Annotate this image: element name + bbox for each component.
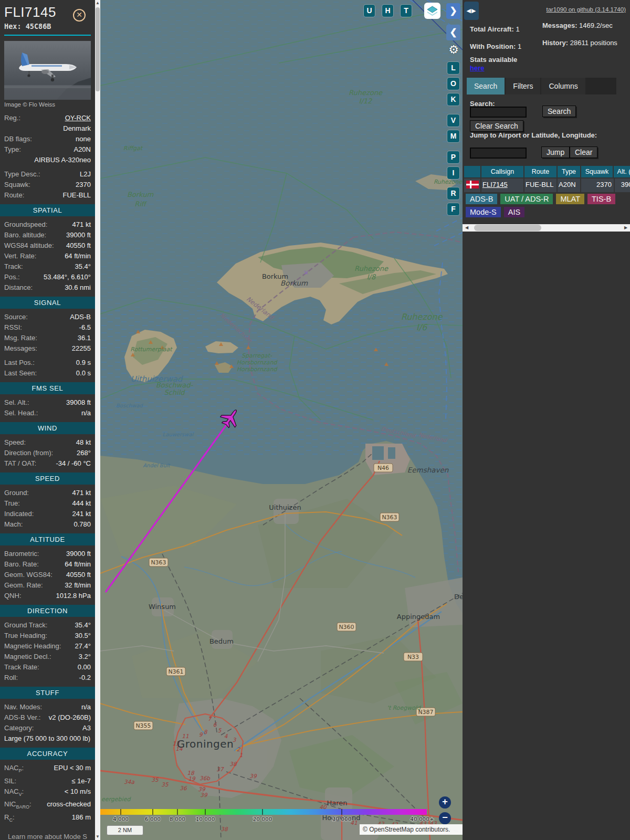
clear-search-button[interactable]: Clear Search: [470, 120, 523, 132]
data-row: Groundspeed:471 kt: [4, 219, 91, 230]
section-header: ALTITUDE: [0, 533, 95, 545]
collapse-left-icon[interactable]: ❮: [446, 25, 460, 40]
expand-right-icon[interactable]: ❯: [446, 3, 460, 19]
map-button-r[interactable]: R: [447, 187, 459, 200]
legend-tick-label: 8 000: [170, 816, 185, 822]
svg-text:N355: N355: [135, 722, 151, 729]
map-attribution: © OpenStreetMap contributors.: [360, 824, 463, 835]
map-label: Delfzijl: [454, 593, 463, 601]
source-badge-ads-b: ADS-B: [466, 194, 497, 204]
search-button[interactable]: Search: [542, 106, 576, 117]
scroll-left-icon[interactable]: ◀: [464, 224, 470, 232]
map-label: Ruhezone: [354, 265, 388, 272]
map-label: Ruhezone: [401, 312, 443, 322]
layers-button[interactable]: [424, 3, 440, 19]
map-button-i[interactable]: I: [447, 167, 459, 179]
data-row: Distance:30.6 nmi: [4, 282, 91, 293]
data-row: TAT / OAT:-34 / -60 °C: [4, 458, 91, 469]
map-button-l[interactable]: L: [447, 62, 459, 74]
data-row: Pos.:53.484°, 6.610°: [4, 272, 91, 282]
svg-text:N33: N33: [407, 654, 419, 660]
tab-filters[interactable]: Filters: [506, 78, 540, 94]
data-row: Category:A3: [4, 723, 91, 733]
map-button-h[interactable]: H: [382, 5, 393, 17]
jump-input[interactable]: [470, 148, 527, 159]
stats-here-link[interactable]: here: [470, 64, 484, 72]
table-horizontal-scrollbar[interactable]: ◀ ▶: [463, 224, 630, 232]
map-button-o[interactable]: O: [447, 78, 459, 90]
zoom-in-button[interactable]: +: [439, 796, 451, 808]
map-button-t[interactable]: T: [401, 5, 412, 17]
scrollbar-thumb[interactable]: [96, 7, 100, 91]
left-panel-scrollbar[interactable]: ▲ ▼: [95, 0, 100, 840]
column-header[interactable]: Callsign: [481, 166, 523, 177]
legend-tick-label: 40 000+: [410, 816, 434, 822]
map-scale: 2 NM: [107, 825, 143, 835]
cell[interactable]: A20N: [558, 178, 580, 192]
data-row: Roll:-0.2: [4, 673, 91, 683]
map-button-f[interactable]: F: [447, 203, 459, 215]
divider: [4, 35, 91, 36]
tab-search[interactable]: Search: [467, 78, 505, 94]
map-button-u[interactable]: U: [364, 5, 375, 17]
cell[interactable]: 39000: [615, 178, 630, 192]
section-header: FMS SEL: [0, 382, 95, 394]
map-label: Horsbornzand: [237, 366, 278, 373]
column-header[interactable]: Route: [524, 166, 556, 177]
source-badge-ais: AIS: [504, 207, 524, 217]
cell[interactable]: FUE-BLL: [524, 178, 556, 192]
map-button-v[interactable]: V: [447, 114, 459, 127]
aircraft-photo[interactable]: [4, 41, 91, 100]
cell[interactable]: 2370: [581, 178, 614, 192]
history-positions: History: 28611 positions: [542, 38, 626, 47]
scroll-up-icon[interactable]: ▲: [95, 0, 100, 6]
map-button-p[interactable]: P: [447, 151, 459, 163]
source-badge-tis-b: TIS-B: [587, 194, 615, 204]
scroll-right-icon[interactable]: ▶: [623, 224, 629, 232]
section-header: SPATIAL: [0, 204, 95, 216]
data-row: Sel. Head.:n/a: [4, 408, 91, 418]
close-icon[interactable]: ✕: [73, 9, 86, 22]
country-flag-icon[interactable]: [464, 178, 480, 192]
map-label: Lauwerswal: [163, 432, 194, 437]
search-input[interactable]: [470, 107, 527, 118]
sidebar-tabs: SearchFiltersColumns: [467, 78, 616, 94]
column-header[interactable]: [464, 166, 480, 177]
table-row[interactable]: FLI7145FUE-BLLA20N237039000: [464, 178, 630, 192]
scroll-down-icon[interactable]: ▼: [95, 834, 100, 840]
data-row: Direction (from):268°: [4, 448, 91, 458]
svg-text:N361: N361: [168, 668, 183, 675]
data-row: Type:A20N: [4, 144, 91, 155]
column-header[interactable]: Alt. (ft): [614, 166, 630, 177]
exit-number: 38: [220, 826, 228, 832]
data-row: AIRBUS A-320neo: [4, 155, 91, 165]
cell-callsign[interactable]: FLI7145: [481, 178, 523, 192]
data-row: NACP:EPU < 30 m: [4, 763, 91, 776]
data-row: Ground:471 kt: [4, 488, 91, 498]
data-row: Magnetic Heading:27.4°: [4, 641, 91, 652]
exit-number: 1: [239, 752, 243, 758]
panel-toggle-button[interactable]: ◀▶: [464, 2, 479, 20]
legend-tick-label: 10 000: [196, 816, 215, 822]
github-link[interactable]: tar1090 on github (3.14.1740): [546, 6, 626, 13]
gear-icon[interactable]: ⚙: [447, 43, 460, 57]
jump-button[interactable]: Jump: [541, 146, 570, 158]
hscroll-thumb[interactable]: [474, 225, 541, 231]
zoom-out-button[interactable]: −: [439, 812, 451, 824]
data-row: ADS-B Ver.:v2 (DO-260B): [4, 712, 91, 723]
map-label: Ruhezone: [349, 89, 383, 97]
column-header[interactable]: Type: [558, 166, 580, 177]
exit-number: 37: [216, 766, 224, 772]
data-row: Type Desc.:L2J: [4, 169, 91, 180]
tab-columns[interactable]: Columns: [541, 78, 585, 94]
map-button-m[interactable]: M: [447, 130, 459, 142]
data-row: Msg. Rate:36.1: [4, 333, 91, 343]
data-row: NICBARO:cross-checked: [4, 799, 91, 812]
map-button-k[interactable]: K: [447, 93, 459, 106]
map-label: Ruhezone: [434, 178, 463, 185]
map[interactable]: N46N363N363N360N33N361N355N3877654321891…: [100, 0, 463, 840]
map-label: I/6: [416, 322, 428, 332]
column-header[interactable]: Squawk: [581, 166, 613, 177]
map-label: Winsum: [149, 603, 176, 611]
jump-clear-button[interactable]: Clear: [570, 146, 597, 158]
